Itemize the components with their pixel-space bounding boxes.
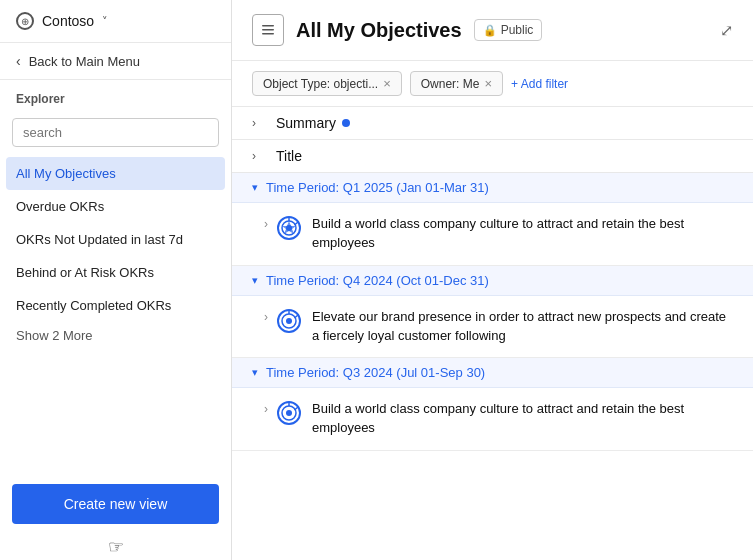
- sidebar-item-all-my-objectives[interactable]: All My Objectives: [6, 157, 225, 190]
- sidebar-item-behind-at-risk[interactable]: Behind or At Risk OKRs: [0, 256, 231, 289]
- objective-expand-q1-2025[interactable]: ›: [264, 217, 268, 231]
- back-arrow-icon: ‹: [16, 53, 21, 69]
- objective-icon-q4-2024: [276, 308, 302, 334]
- title-expand-icon[interactable]: ›: [252, 149, 270, 163]
- svg-point-15: [286, 410, 292, 416]
- time-period-label-q3-2024: Time Period: Q3 2024 (Jul 01-Sep 30): [266, 365, 485, 380]
- title-label: Title: [276, 148, 302, 164]
- list-view-icon: [252, 14, 284, 46]
- objective-row-q4-2024: › Elevate our brand presence in order to…: [232, 296, 753, 359]
- globe-icon: ⊕: [16, 12, 34, 30]
- time-period-q3-2024: ▾ Time Period: Q3 2024 (Jul 01-Sep 30): [232, 358, 753, 388]
- sidebar: ⊕ Contoso ˅ ‹ Back to Main Menu Explorer…: [0, 0, 232, 560]
- objective-text-q4-2024: Elevate our brand presence in order to a…: [312, 308, 733, 346]
- main-header: All My Objectives 🔒 Public ⤢: [232, 0, 753, 61]
- title-row: › Title: [232, 140, 753, 173]
- lock-icon: 🔒: [483, 24, 497, 37]
- filter-chip-object-type[interactable]: Object Type: objecti... ×: [252, 71, 402, 96]
- objective-expand-q3-2024[interactable]: ›: [264, 402, 268, 416]
- show-more-link[interactable]: Show 2 More: [0, 322, 231, 351]
- cursor-indicator: ☞: [0, 536, 231, 558]
- sidebar-item-overdue-okrs[interactable]: Overdue OKRs: [0, 190, 231, 223]
- main-content: All My Objectives 🔒 Public ⤢ Object Type…: [232, 0, 753, 560]
- time-period-chevron-q4-2024[interactable]: ▾: [252, 274, 258, 287]
- svg-rect-0: [262, 25, 274, 27]
- objective-icon-q3-2024: [276, 400, 302, 426]
- sidebar-item-recently-completed[interactable]: Recently Completed OKRs: [0, 289, 231, 322]
- time-period-q4-2024: ▾ Time Period: Q4 2024 (Oct 01-Dec 31): [232, 266, 753, 296]
- summary-expand-icon[interactable]: ›: [252, 116, 270, 130]
- public-label: Public: [501, 23, 534, 37]
- objective-icon-q1-2025: [276, 215, 302, 241]
- objective-text-q1-2025: Build a world class company culture to a…: [312, 215, 733, 253]
- time-period-label-q4-2024: Time Period: Q4 2024 (Oct 01-Dec 31): [266, 273, 489, 288]
- filter-chip-owner-label: Owner: Me: [421, 77, 480, 91]
- time-period-chevron-q1-2025[interactable]: ▾: [252, 181, 258, 194]
- filter-bar: Object Type: objecti... × Owner: Me × + …: [232, 61, 753, 107]
- search-input[interactable]: [12, 118, 219, 147]
- objective-row-q3-2024: › Build a world class company culture to…: [232, 388, 753, 451]
- public-badge[interactable]: 🔒 Public: [474, 19, 543, 41]
- filter-chip-label: Object Type: objecti...: [263, 77, 378, 91]
- summary-row: › Summary: [232, 107, 753, 140]
- summary-label: Summary: [276, 115, 336, 131]
- add-filter-button[interactable]: + Add filter: [511, 77, 568, 91]
- objective-text-q3-2024: Build a world class company culture to a…: [312, 400, 733, 438]
- share-icon[interactable]: ⤢: [720, 21, 733, 40]
- objective-row-q1-2025: › Build a world class company culture to…: [232, 203, 753, 266]
- sidebar-header: ⊕ Contoso ˅: [0, 0, 231, 43]
- org-name: Contoso: [42, 13, 94, 29]
- chevron-down-icon: ˅: [102, 15, 108, 28]
- remove-filter-object-type[interactable]: ×: [383, 76, 391, 91]
- create-new-view-button[interactable]: Create new view: [12, 484, 219, 524]
- org-selector[interactable]: ⊕ Contoso ˅: [16, 12, 108, 30]
- summary-info-dot: [342, 119, 350, 127]
- sidebar-item-not-updated[interactable]: OKRs Not Updated in last 7d: [0, 223, 231, 256]
- objective-expand-q4-2024[interactable]: ›: [264, 310, 268, 324]
- remove-filter-owner[interactable]: ×: [484, 76, 492, 91]
- objectives-table: › Summary › Title ▾ Time Period: Q1 2025…: [232, 107, 753, 560]
- back-to-main-menu[interactable]: ‹ Back to Main Menu: [0, 43, 231, 80]
- svg-point-10: [286, 318, 292, 324]
- svg-point-5: [286, 225, 292, 231]
- svg-rect-1: [262, 29, 274, 31]
- page-title: All My Objectives: [296, 19, 462, 42]
- time-period-q1-2025: ▾ Time Period: Q1 2025 (Jan 01-Mar 31): [232, 173, 753, 203]
- nav-list: All My Objectives Overdue OKRs OKRs Not …: [0, 157, 231, 474]
- time-period-label-q1-2025: Time Period: Q1 2025 (Jan 01-Mar 31): [266, 180, 489, 195]
- svg-rect-2: [262, 33, 274, 35]
- back-menu-label: Back to Main Menu: [29, 54, 140, 69]
- time-period-chevron-q3-2024[interactable]: ▾: [252, 366, 258, 379]
- explorer-label: Explorer: [0, 80, 231, 112]
- filter-chip-owner[interactable]: Owner: Me ×: [410, 71, 503, 96]
